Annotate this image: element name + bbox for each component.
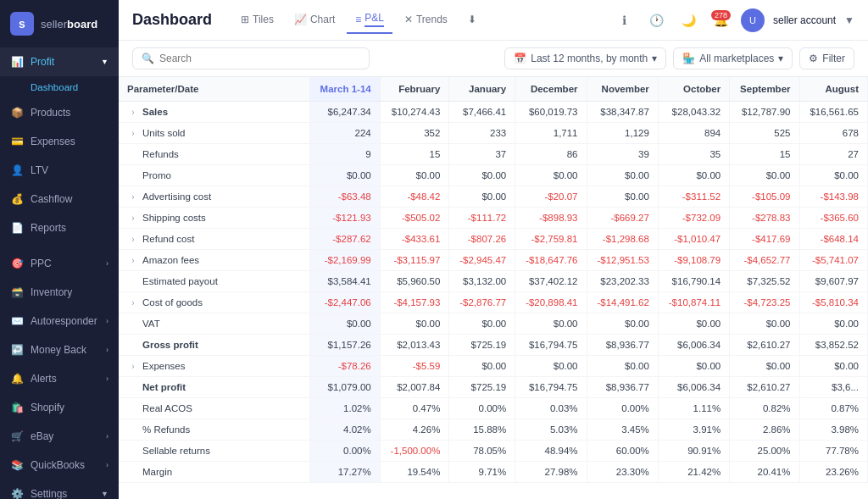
cell-march: -$287.62 xyxy=(309,229,380,250)
main-content: Dashboard ⊞ Tiles 📈 Chart ≡ P&L ✕ Trends… xyxy=(119,0,868,499)
sidebar-item-alerts[interactable]: 🔔 Alerts › xyxy=(0,364,119,393)
sidebar-item-settings[interactable]: ⚙️ Settings ▼ xyxy=(0,480,119,499)
cell-february: $2,013.43 xyxy=(380,335,449,356)
sidebar-item-label: Cashflow xyxy=(31,193,108,205)
row-label-text: Refunds xyxy=(142,149,179,159)
nav-item-trends[interactable]: ✕ Trends xyxy=(396,8,456,32)
cell-december: $0.00 xyxy=(515,356,587,377)
expand-icon[interactable]: › xyxy=(127,235,139,244)
cell-march: $3,584.41 xyxy=(309,271,380,292)
row-label-text: Units sold xyxy=(142,128,186,138)
cell-january: $0.00 xyxy=(449,165,515,186)
nav-item-download[interactable]: ⬇ xyxy=(459,8,485,32)
sidebar-item-quickbooks[interactable]: 📚 QuickBooks › xyxy=(0,451,119,480)
cell-october: $0.00 xyxy=(658,356,729,377)
sidebar-item-reports[interactable]: 📄 Reports xyxy=(0,213,119,242)
quickbooks-icon: 📚 xyxy=(10,458,24,472)
cell-august: $0.00 xyxy=(799,165,868,186)
avatar[interactable]: U xyxy=(741,8,765,32)
sidebar-item-shopify[interactable]: 🛍️ Shopify xyxy=(0,393,119,422)
cell-january: -$111.72 xyxy=(449,208,515,229)
date-filter-button[interactable]: 📅 Last 12 months, by month ▾ xyxy=(504,47,666,69)
ppc-icon: 🎯 xyxy=(10,257,24,270)
filter-icon: ⚙ xyxy=(809,53,818,64)
cell-december: $60,019.73 xyxy=(515,102,587,123)
cell-september: 25.00% xyxy=(730,441,799,462)
nav-item-chart[interactable]: 📈 Chart xyxy=(286,8,343,32)
expand-icon[interactable]: › xyxy=(127,256,139,265)
cell-october: 35 xyxy=(658,144,729,165)
expand-icon[interactable]: › xyxy=(127,298,139,308)
row-label-text: Amazon fees xyxy=(142,255,199,265)
sidebar-item-inventory[interactable]: 🗃️ Inventory xyxy=(0,278,119,307)
pl-icon: ≡ xyxy=(355,14,361,25)
filter-button[interactable]: ⚙ Filter xyxy=(799,47,854,69)
sidebar-item-moneyback[interactable]: ↩️ Money Back › xyxy=(0,335,119,364)
sidebar-item-products[interactable]: 📦 Products xyxy=(0,98,119,127)
col-header-march[interactable]: March 1-14 xyxy=(309,77,380,102)
expand-icon[interactable]: › xyxy=(127,129,139,138)
sidebar-item-dashboard[interactable]: Dashboard xyxy=(0,76,119,98)
col-header-december[interactable]: December xyxy=(515,77,587,102)
row-label-text: Expenses xyxy=(142,361,186,371)
reports-icon: 📄 xyxy=(10,221,24,235)
sidebar-item-expenses[interactable]: 💳 Expenses xyxy=(0,127,119,156)
cell-february: $0.00 xyxy=(380,313,449,335)
sidebar-item-ebay[interactable]: 🛒 eBay › xyxy=(0,422,119,451)
sidebar-item-autoresponder[interactable]: ✉️ Autoresponder › xyxy=(0,307,119,335)
chevron-right-icon: › xyxy=(106,259,108,268)
expand-icon[interactable]: › xyxy=(127,213,139,223)
ebay-icon: 🛒 xyxy=(10,430,24,443)
col-header-august[interactable]: August xyxy=(799,77,868,102)
account-chevron-icon[interactable]: ▼ xyxy=(844,14,854,26)
cell-december: -$898.93 xyxy=(515,208,587,229)
search-input[interactable] xyxy=(159,53,360,64)
sidebar-item-ppc[interactable]: 🎯 PPC › xyxy=(0,249,119,278)
cell-august: -$5,810.34 xyxy=(799,292,868,313)
chevron-down-icon: ▼ xyxy=(101,58,108,66)
cell-march: $1,079.00 xyxy=(309,377,380,398)
expand-icon[interactable]: › xyxy=(127,192,139,202)
cell-october: 1.11% xyxy=(658,398,729,419)
col-header-february[interactable]: February xyxy=(380,77,449,102)
chevron-down-icon: ▾ xyxy=(652,53,657,64)
cell-november: $0.00 xyxy=(587,186,658,208)
cell-august: $0.00 xyxy=(799,313,868,335)
row-label-text: % Refunds xyxy=(142,424,190,435)
nav-item-tiles[interactable]: ⊞ Tiles xyxy=(232,8,282,32)
sidebar: s sellerboard 📊 Profit ▼ Dashboard 📦 Pro… xyxy=(0,0,119,499)
sidebar-item-profit[interactable]: 📊 Profit ▼ xyxy=(0,47,119,76)
cell-september: -$4,652.77 xyxy=(730,250,799,271)
moneyback-icon: ↩️ xyxy=(10,343,24,357)
cell-september: $2,610.27 xyxy=(730,335,799,356)
col-header-september[interactable]: September xyxy=(730,77,799,102)
cell-october: -$9,108.79 xyxy=(658,250,729,271)
info-icon[interactable]: ℹ xyxy=(612,8,636,32)
cell-august: 23.26% xyxy=(799,462,868,483)
expand-icon[interactable]: › xyxy=(127,108,139,117)
table-row: ›Advertising cost-$63.48-$48.42$0.00-$20… xyxy=(119,186,868,208)
marketplace-filter-button[interactable]: 🏪 All marketplaces ▾ xyxy=(673,47,793,69)
sidebar-item-label: QuickBooks xyxy=(31,459,106,471)
nav-item-pl[interactable]: ≡ P&L xyxy=(347,7,392,34)
cell-february: -$4,157.93 xyxy=(380,292,449,313)
table-row: Net profit$1,079.00$2,007.84$725.19$16,7… xyxy=(119,377,868,398)
sidebar-item-cashflow[interactable]: 💰 Cashflow xyxy=(0,185,119,213)
chart-icon: 📈 xyxy=(294,14,307,25)
row-label-text: Estimated payout xyxy=(142,276,218,286)
sidebar-item-ltv[interactable]: 👤 LTV xyxy=(0,156,119,185)
row-label-cell: ›Sales xyxy=(119,102,309,123)
cell-september: 20.41% xyxy=(730,462,799,483)
col-header-january[interactable]: January xyxy=(449,77,515,102)
cell-january: $7,466.41 xyxy=(449,102,515,123)
clock-icon[interactable]: 🕐 xyxy=(644,8,668,32)
cell-march: -$2,447.06 xyxy=(309,292,380,313)
expand-icon[interactable]: › xyxy=(127,362,139,371)
col-header-october[interactable]: October xyxy=(658,77,729,102)
moon-icon[interactable]: 🌙 xyxy=(676,8,700,32)
col-header-november[interactable]: November xyxy=(587,77,658,102)
cell-march: $0.00 xyxy=(309,313,380,335)
search-box[interactable]: 🔍 xyxy=(132,47,370,69)
marketplace-icon: 🏪 xyxy=(682,53,695,64)
notification-bell[interactable]: 🔔 278 xyxy=(709,8,732,32)
